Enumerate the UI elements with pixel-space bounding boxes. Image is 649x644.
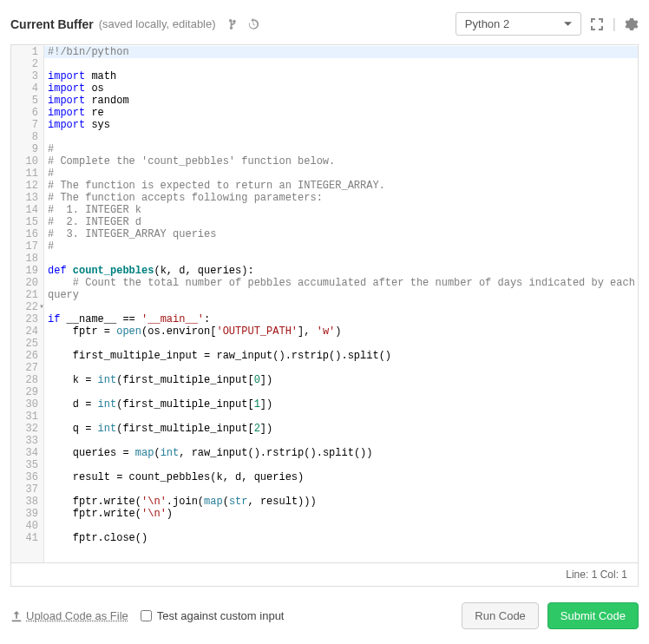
language-select[interactable]: Python 2 [456, 12, 581, 36]
line-number: 14 [11, 204, 43, 216]
line-number: 11 [11, 168, 43, 180]
line-number: 18 [11, 253, 43, 265]
code-line[interactable]: # The function accepts following paramet… [44, 192, 638, 204]
code-line[interactable] [44, 362, 638, 374]
footer: Upload Code as File Test against custom … [10, 587, 639, 629]
code-line[interactable]: fptr.write('\n'.join(map(str, result))) [44, 496, 638, 508]
editor-container: 1234567891011121314151617181920212223242… [10, 44, 639, 563]
gear-icon[interactable] [625, 17, 639, 31]
code-line[interactable]: def count_pebbles(k, d, queries): [44, 265, 638, 277]
code-line[interactable]: import os [44, 82, 638, 95]
code-line[interactable]: if __name__ == '__main__': [44, 313, 638, 325]
fullscreen-icon[interactable] [590, 17, 604, 31]
code-line[interactable]: k = int(first_multiple_input[0]) [44, 374, 638, 386]
code-line[interactable]: # Count the total number of pebbles accu… [44, 277, 638, 301]
code-line[interactable] [44, 544, 638, 556]
upload-label: Upload Code as File [26, 609, 128, 622]
custom-input-checkbox-wrap[interactable]: Test against custom input [141, 609, 285, 622]
code-line[interactable]: #!/bin/python [44, 46, 638, 58]
line-number: 13 [11, 192, 43, 204]
code-line[interactable] [44, 301, 638, 313]
code-line[interactable] [44, 253, 638, 265]
line-number: 4 [11, 82, 43, 95]
custom-input-label: Test against custom input [157, 609, 285, 622]
line-number: 25 [11, 338, 43, 350]
code-line[interactable]: queries = map(int, raw_input().rstrip().… [44, 447, 638, 459]
code-line[interactable] [44, 520, 638, 532]
code-line[interactable]: d = int(first_multiple_input[1]) [44, 398, 638, 411]
code-line[interactable]: fptr.write('\n') [44, 508, 638, 520]
line-number: 21 [11, 289, 43, 301]
code-line[interactable]: import sys [44, 119, 638, 131]
run-code-button[interactable]: Run Code [462, 602, 539, 629]
line-number: 7 [11, 119, 43, 131]
code-line[interactable]: # 1. INTEGER k [44, 204, 638, 216]
code-line[interactable]: # Complete the 'count_pebbles' function … [44, 155, 638, 168]
line-number: 1 [11, 46, 43, 58]
line-number: 15 [11, 216, 43, 228]
line-gutter: 1234567891011121314151617181920212223242… [11, 45, 44, 562]
line-number: 12 [11, 180, 43, 192]
code-line[interactable]: first_multiple_input = raw_input().rstri… [44, 350, 638, 362]
code-line[interactable]: import random [44, 95, 638, 107]
code-line[interactable]: # The function is expected to return an … [44, 180, 638, 192]
line-number: 39 [11, 508, 43, 520]
branch-icon[interactable] [228, 18, 240, 30]
code-line[interactable] [44, 435, 638, 447]
line-number: 6 [11, 107, 43, 119]
code-line[interactable] [44, 338, 638, 350]
line-number: 10 [11, 155, 43, 168]
code-line[interactable]: import math [44, 70, 638, 82]
code-area[interactable]: #!/bin/pythonimport mathimport osimport … [44, 45, 638, 562]
upload-icon [10, 610, 23, 622]
line-number: 9 [11, 143, 43, 155]
line-number: 38 [11, 496, 43, 508]
line-number: 31 [11, 411, 43, 423]
line-number: 5 [11, 95, 43, 107]
code-line[interactable]: q = int(first_multiple_input[2]) [44, 423, 638, 435]
code-line[interactable]: # [44, 143, 638, 155]
line-number: 20 [11, 277, 43, 289]
line-number: 2 [11, 58, 43, 70]
buffer-subtitle: (saved locally, editable) [99, 17, 216, 30]
history-icon[interactable] [247, 18, 259, 30]
code-line[interactable]: fptr = open(os.environ['OUTPUT_PATH'], '… [44, 325, 638, 338]
line-number: 22 [11, 301, 43, 313]
footer-left: Upload Code as File Test against custom … [10, 609, 285, 622]
buffer-title: Current Buffer [10, 17, 94, 31]
line-number: 34 [11, 447, 43, 459]
footer-right: Run Code Submit Code [462, 602, 639, 629]
submit-code-button[interactable]: Submit Code [547, 602, 639, 629]
line-number: 24 [11, 325, 43, 338]
code-line[interactable] [44, 386, 638, 398]
code-line[interactable]: import re [44, 107, 638, 119]
divider: | [613, 16, 616, 32]
code-line[interactable]: # [44, 168, 638, 180]
line-number: 19 [11, 265, 43, 277]
line-number: 8 [11, 131, 43, 143]
line-number: 27 [11, 362, 43, 374]
code-line[interactable]: fptr.close() [44, 532, 638, 544]
line-number: 37 [11, 483, 43, 496]
line-number: 40 [11, 520, 43, 532]
code-line[interactable] [44, 483, 638, 496]
line-number: 26 [11, 350, 43, 362]
line-number: 3 [11, 70, 43, 82]
custom-input-checkbox[interactable] [141, 610, 152, 621]
status-bar: Line: 1 Col: 1 [10, 563, 639, 587]
line-number: 29 [11, 386, 43, 398]
code-line[interactable] [44, 58, 638, 70]
code-line[interactable] [44, 131, 638, 143]
line-number: 35 [11, 459, 43, 471]
code-line[interactable]: result = count_pebbles(k, d, queries) [44, 471, 638, 483]
upload-code-link[interactable]: Upload Code as File [10, 609, 128, 622]
line-number: 28 [11, 374, 43, 386]
line-number: 36 [11, 471, 43, 483]
code-line[interactable]: # 2. INTEGER d [44, 216, 638, 228]
code-line[interactable] [44, 459, 638, 471]
header-left: Current Buffer (saved locally, editable) [10, 17, 259, 31]
code-line[interactable]: # [44, 240, 638, 253]
line-number: 33 [11, 435, 43, 447]
code-line[interactable]: # 3. INTEGER_ARRAY queries [44, 228, 638, 240]
code-line[interactable] [44, 411, 638, 423]
